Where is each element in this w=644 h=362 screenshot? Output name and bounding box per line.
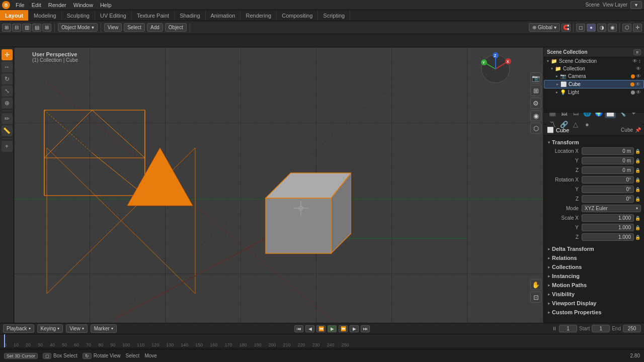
tab-uv-editing[interactable]: UV Editing xyxy=(95,10,132,21)
overlay-btn[interactable]: ⬡ xyxy=(622,24,631,32)
layout-icon-4[interactable]: ▤ xyxy=(32,24,41,32)
play-btn[interactable]: ▶ xyxy=(328,325,337,332)
transform-section-header[interactable]: ▾ Transform xyxy=(547,138,641,147)
motion-paths-section[interactable]: ▸ Motion Paths xyxy=(547,281,641,290)
xray-toggle[interactable]: ⬡ xyxy=(530,123,541,134)
layout-icon-2[interactable]: ⊟ xyxy=(12,24,21,32)
delta-transform-section[interactable]: ▸ Delta Transform xyxy=(547,244,641,253)
zoom-extents-btn[interactable]: ⊡ xyxy=(530,292,541,303)
scale-x-lock[interactable]: 🔒 xyxy=(634,216,641,221)
transform-btn[interactable]: ⊕ Global ▾ xyxy=(529,23,560,32)
current-frame-input[interactable]: 1 xyxy=(559,325,577,332)
outliner-item-camera[interactable]: ▸ 📷 Camera 👁 xyxy=(544,72,644,80)
object-header-name[interactable]: Cube xyxy=(556,127,619,133)
timeline-ruler[interactable]: 0 10 20 30 40 50 60 70 80 90 100 110 120… xyxy=(0,334,644,347)
cube-eye-icon[interactable]: 👁 xyxy=(635,81,640,87)
tab-layout[interactable]: Layout xyxy=(0,10,29,21)
viewport-display-section[interactable]: ▸ Viewport Display xyxy=(547,299,641,308)
measure-tool[interactable]: 📏 xyxy=(2,125,13,136)
tab-modeling[interactable]: Modeling xyxy=(29,10,62,21)
jump-start-btn[interactable]: ⏮ xyxy=(294,325,303,332)
eye-icon-2[interactable]: 👁 xyxy=(636,66,641,71)
scene-props-tab[interactable]: 🌐 xyxy=(582,113,593,118)
cursor-tool[interactable]: ✛ xyxy=(2,49,13,60)
location-y-lock[interactable]: 🔒 xyxy=(634,158,641,163)
menu-help[interactable]: Help xyxy=(97,1,115,9)
instancing-section[interactable]: ▸ Instancing xyxy=(547,272,641,281)
outliner-item-cube[interactable]: ▸ ⬜ Cube 👁 xyxy=(544,80,644,88)
prev-frame-btn[interactable]: ◀ xyxy=(305,325,314,332)
add-menu-btn[interactable]: Add xyxy=(147,23,163,32)
modifier-props-tab[interactable]: 🔧 xyxy=(616,113,627,118)
location-y-field[interactable]: 0 m xyxy=(582,157,634,164)
camera-btn[interactable]: 📷 xyxy=(530,72,541,83)
timeline-view-btn[interactable]: View ▾ xyxy=(66,324,88,333)
layout-icon-1[interactable]: ⊞ xyxy=(2,24,11,32)
outliner-options-btn[interactable]: ≡ xyxy=(633,49,641,55)
scale-tool[interactable]: ⤡ xyxy=(2,85,13,97)
viewport-3d[interactable]: User Perspective (1) Collection | Cube X… xyxy=(14,47,543,323)
gizmo-btn[interactable]: ✛ xyxy=(633,24,642,32)
tab-animation[interactable]: Animation xyxy=(206,10,241,21)
relations-section[interactable]: ▸ Relations xyxy=(547,253,641,262)
next-frame-btn[interactable]: ▶ xyxy=(350,325,359,332)
camera-eye-icon[interactable]: 👁 xyxy=(636,73,641,79)
move-tool[interactable]: ↔ xyxy=(2,61,13,72)
pin-icon[interactable]: 📌 xyxy=(635,127,641,133)
rotation-z-field[interactable]: 0° xyxy=(582,195,634,203)
end-frame-input[interactable]: 250 xyxy=(623,325,641,332)
rotate-tool[interactable]: ↻ xyxy=(2,73,13,84)
tab-sculpting[interactable]: Sculpting xyxy=(62,10,95,21)
rotation-y-field[interactable]: 0° xyxy=(582,186,634,193)
view-settings-btn[interactable]: ⚙ xyxy=(530,98,541,109)
timeline-keying-btn[interactable]: Keying ▾ xyxy=(37,324,63,333)
scale-y-lock[interactable]: 🔒 xyxy=(634,225,641,230)
output-props-tab[interactable]: 🖼 xyxy=(558,113,570,118)
select-menu-btn[interactable]: Select xyxy=(124,23,145,32)
timeline-playback-btn[interactable]: Playback ▾ xyxy=(3,324,34,333)
menu-edit[interactable]: Edit xyxy=(28,1,45,9)
pan-btn[interactable]: ✋ xyxy=(530,279,541,290)
start-frame-input[interactable]: 1 xyxy=(592,325,610,332)
add-tool[interactable]: + xyxy=(2,141,13,152)
snap-magnet-btn[interactable]: 🧲 xyxy=(561,24,571,32)
outliner-item-collection[interactable]: ▾ 📁 Collection 👁 xyxy=(544,65,644,72)
visibility-section[interactable]: ▸ Visibility xyxy=(547,290,641,299)
location-x-field[interactable]: 0 m xyxy=(582,147,634,155)
outliner-item-scene-collection[interactable]: ▾ 📁 Scene Collection 👁 ↕ xyxy=(544,57,644,65)
engine-selector[interactable]: ▼ xyxy=(630,1,642,9)
transform-tool[interactable]: ⊕ xyxy=(2,98,13,109)
tab-shading[interactable]: Shading xyxy=(175,10,205,21)
collections-section[interactable]: ▸ Collections xyxy=(547,262,641,272)
location-x-lock[interactable]: 🔒 xyxy=(634,149,641,154)
menu-window[interactable]: Window xyxy=(70,1,97,9)
rotation-y-lock[interactable]: 🔒 xyxy=(634,187,641,192)
view-layer-tab[interactable]: 🗂 xyxy=(570,113,581,118)
scale-z-field[interactable]: 1.000 xyxy=(582,233,634,241)
scale-z-lock[interactable]: 🔒 xyxy=(634,235,641,240)
wireframe-btn[interactable]: ◻ xyxy=(576,24,585,32)
location-z-lock[interactable]: 🔒 xyxy=(634,168,641,173)
timeline-marker-btn[interactable]: Marker ▾ xyxy=(91,324,117,333)
rotation-x-field[interactable]: 0° xyxy=(582,176,634,184)
solid-btn[interactable]: ● xyxy=(587,24,596,32)
tab-rendering[interactable]: Rendering xyxy=(240,10,277,21)
menu-file[interactable]: File xyxy=(12,1,28,9)
layout-icon-3[interactable]: ▥ xyxy=(22,24,31,32)
outliner-item-light[interactable]: ▸ 💡 Light 👁 xyxy=(544,88,644,96)
rotation-x-lock[interactable]: 🔒 xyxy=(634,177,641,183)
particles-tab[interactable]: ✦ xyxy=(628,113,639,118)
layout-icon-5[interactable]: ⊞ xyxy=(42,24,51,32)
eye-icon[interactable]: 👁 xyxy=(632,58,637,64)
scale-y-field[interactable]: 1.000 xyxy=(582,224,634,231)
location-z-field[interactable]: 0 m xyxy=(582,166,634,174)
prev-keyframe-btn[interactable]: ⏪ xyxy=(316,325,326,332)
tab-compositing[interactable]: Compositing xyxy=(277,10,318,21)
tab-scripting[interactable]: Scripting xyxy=(318,10,350,21)
menu-render[interactable]: Render xyxy=(45,1,70,9)
world-props-tab[interactable]: 🌍 xyxy=(593,113,604,118)
rotation-mode-dropdown[interactable]: XYZ Euler ▾ xyxy=(582,205,641,212)
annotate-tool[interactable]: ✏ xyxy=(2,113,13,124)
select-icon[interactable]: ↕ xyxy=(638,58,641,64)
render-region-btn[interactable]: ⊞ xyxy=(530,85,541,96)
